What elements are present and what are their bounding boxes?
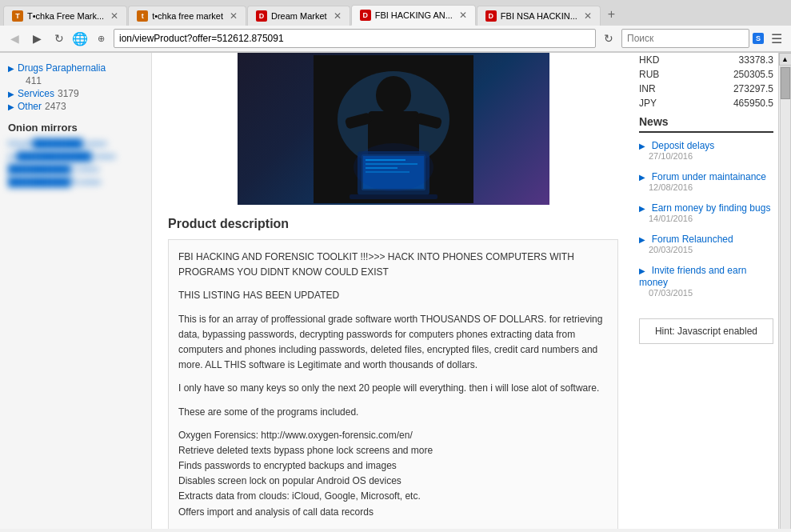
tab-1[interactable]: T T•chka Free Mark... ✕ (3, 6, 127, 26)
drugs-count: 411 (8, 75, 143, 86)
onion-link-1[interactable]: lchydif████████.onion (0, 137, 151, 150)
services-count: 3179 (58, 88, 79, 99)
tab1-close[interactable]: ✕ (110, 10, 118, 22)
tab4-favicon: D (360, 10, 371, 21)
svg-point-2 (376, 76, 411, 114)
tab1-title: T•chka Free Mark... (27, 11, 104, 21)
product-image (238, 53, 549, 205)
arrow-icon-3: ▶ (8, 102, 14, 111)
news-item: ▶ Forum Relaunched 20/03/2015 (639, 233, 773, 254)
news-title[interactable]: Deposit delays (652, 140, 715, 151)
news-title[interactable]: Forum under maintainance (652, 171, 766, 182)
svg-point-14 (354, 143, 433, 191)
currency-code: RUB (634, 67, 689, 82)
news-bullet: ▶ (639, 235, 645, 244)
tab4-title: FBI HACKING AN... (375, 10, 453, 20)
news-heading: News (639, 115, 773, 133)
currency-table: HKD33378.3RUB250305.5INR273297.5JPY46595… (634, 53, 778, 110)
tab5-favicon: D (485, 10, 497, 22)
forward-button[interactable]: ▶ (27, 29, 46, 48)
news-bullet: ▶ (639, 142, 645, 150)
news-bullet: ▶ (639, 266, 645, 275)
currency-value: 33378.3 (689, 53, 778, 67)
tab3-close[interactable]: ✕ (334, 10, 342, 22)
menu-button[interactable]: ☰ (767, 29, 786, 48)
right-panel: HKD33378.3RUB250305.5INR273297.5JPY46595… (634, 53, 778, 529)
currency-row: INR273297.5 (634, 82, 778, 96)
back-button[interactable]: ◀ (5, 29, 24, 48)
services-link[interactable]: Services (18, 88, 54, 99)
search-input[interactable] (621, 29, 749, 48)
tab2-favicon: t (137, 10, 148, 22)
desc-para-6: Oxygen Forensics: http://www.oxygen-fore… (178, 428, 608, 520)
right-scrollbar: ▲ ▼ (778, 53, 791, 529)
tab-3[interactable]: D Dream Market ✕ (247, 6, 350, 26)
main-inner: Product description FBI HACKING AND FORE… (152, 53, 791, 529)
news-title[interactable]: Invite friends and earn money (639, 265, 746, 288)
product-image-figure (238, 53, 549, 205)
tab5-title: FBI NSA HACKIN... (501, 11, 577, 21)
category-other[interactable]: ▶ Other 2473 (8, 101, 143, 112)
main-content: Product description FBI HACKING AND FORE… (152, 53, 791, 529)
search-engine-icon: S (753, 33, 764, 44)
news-date: 07/03/2015 (649, 288, 773, 298)
desc-para-2: THIS LISTING HAS BEEN UPDATED (178, 288, 608, 303)
news-title[interactable]: Forum Relaunched (652, 234, 733, 245)
currency-row: JPY465950.5 (634, 96, 778, 110)
desc-para-3: This is for an array of proffessional gr… (178, 312, 608, 374)
onion-link-3[interactable]: ██████████2.onion (0, 162, 151, 175)
scrollbar-thumb[interactable] (781, 67, 790, 99)
drugs-link[interactable]: Drugs Paraphernalia (18, 62, 106, 74)
nav-bar: ◀ ▶ ↻ 🌐 ⊕ ↻ S ☰ (0, 26, 791, 52)
tab3-title: Dream Market (271, 11, 327, 21)
news-item: ▶ Deposit delays 27/10/2016 (639, 139, 773, 161)
desc-para-4: I only have so many keys so only the nex… (178, 381, 608, 396)
news-item: ▶ Earn money by finding bugs 14/01/2016 (639, 202, 773, 223)
currency-code: JPY (634, 96, 689, 110)
address-bar[interactable] (114, 29, 596, 48)
tab5-close[interactable]: ✕ (584, 10, 592, 22)
news-item: ▶ Forum under maintainance 12/08/2016 (639, 170, 773, 192)
home-button[interactable]: ⊕ (91, 29, 110, 48)
scrollbar-track[interactable] (780, 66, 791, 529)
scrollbar-up-button[interactable]: ▲ (779, 53, 792, 66)
news-date: 27/10/2016 (649, 151, 773, 161)
new-tab-button[interactable]: + (601, 3, 621, 26)
tab-2[interactable]: t t•chka free market ✕ (128, 6, 246, 26)
arrow-icon-2: ▶ (8, 90, 14, 98)
currency-value: 250305.5 (689, 67, 778, 82)
hint-box: Hint: Javascript enabled (639, 318, 773, 344)
arrow-icon: ▶ (8, 64, 14, 73)
onion-link-2[interactable]: joi████████████.onion (0, 150, 151, 162)
tab2-close[interactable]: ✕ (230, 10, 238, 22)
category-services[interactable]: ▶ Services 3179 (8, 88, 143, 99)
category-drugs[interactable]: ▶ Drugs Paraphernalia (8, 62, 143, 74)
tab3-favicon: D (256, 10, 267, 22)
tab-5[interactable]: D FBI NSA HACKIN... ✕ (477, 6, 601, 26)
tab-bar: T T•chka Free Mark... ✕ t t•chka free ma… (0, 0, 791, 26)
currency-value: 273297.5 (689, 82, 778, 96)
page-content: ▶ Drugs Paraphernalia 411 ▶ Services 317… (0, 53, 791, 529)
currency-value: 465950.5 (689, 96, 778, 110)
desc-para-7: Passware forensics: https://www.passware… (178, 528, 608, 529)
news-bullet: ▶ (639, 204, 645, 213)
other-link[interactable]: Other (18, 101, 42, 112)
reload-button[interactable]: ↻ (50, 29, 69, 48)
news-title[interactable]: Earn money by finding bugs (652, 202, 771, 214)
tab-4[interactable]: D FBI HACKING AN... ✕ (351, 5, 476, 26)
sidebar-categories: ▶ Drugs Paraphernalia 411 ▶ Services 317… (0, 59, 151, 115)
hacker-image (314, 55, 473, 203)
desc-para-1: FBI HACKING AND FORENSIC TOOLKIT !!!>>> … (178, 250, 608, 280)
news-item: ▶ Invite friends and earn money 07/03/20… (639, 264, 773, 298)
currency-row: RUB250305.5 (634, 67, 778, 82)
onion-link-4[interactable]: ██████████3l.onion (0, 175, 151, 188)
news-section: News ▶ Deposit delays 27/10/2016 ▶ Forum… (634, 110, 778, 312)
tab2-title: t•chka free market (152, 11, 223, 21)
onion-mirrors-heading: Onion mirrors (0, 115, 151, 137)
currency-code: HKD (634, 53, 689, 67)
product-description-box: FBI HACKING AND FORENSIC TOOLKIT !!!>>> … (168, 239, 618, 529)
tab4-close[interactable]: ✕ (459, 10, 467, 21)
refresh-button[interactable]: ↻ (599, 29, 618, 48)
news-date: 20/03/2015 (649, 245, 773, 254)
currency-code: INR (634, 82, 689, 96)
